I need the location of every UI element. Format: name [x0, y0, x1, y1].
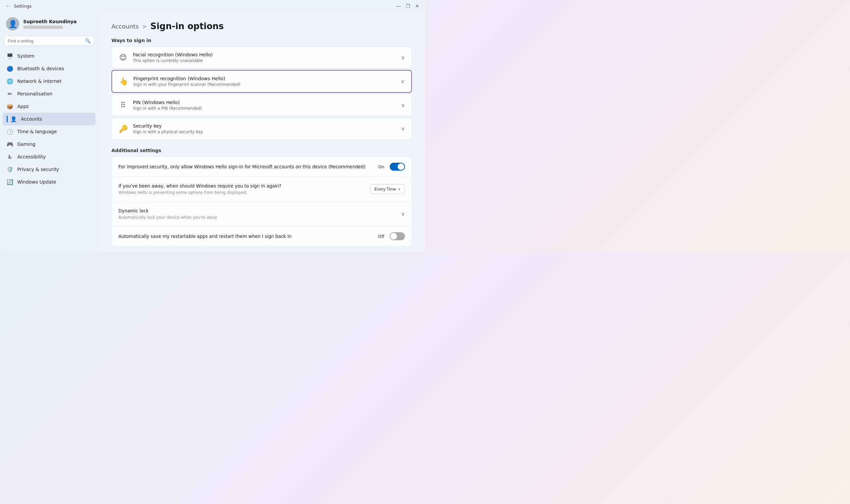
additional-row-away-signin: If you've been away, when should Windows… [112, 177, 412, 202]
main-content: Accounts > Sign-in options Ways to sign … [98, 12, 425, 252]
sidebar-nav: 🖥️System🔵Bluetooth & devices🌐Network & i… [3, 50, 96, 188]
apps-icon: 📦 [7, 103, 13, 110]
additional-row-dynamic-lock: Dynamic lockAutomatically lock your devi… [112, 202, 412, 227]
fingerprint-title: Fingerprint recognition (Windows Hello) [133, 76, 395, 81]
away-signin-sub: Windows Hello is preventing some options… [118, 190, 365, 196]
securitykey-chevron: ∨ [401, 126, 405, 132]
pin-desc: Sign in with a PIN (Recommended) [133, 106, 396, 111]
sidebar-label-accounts: Accounts [21, 116, 42, 122]
time-icon: 🕒 [7, 128, 13, 135]
restart-apps-text: Automatically save my restartable apps a… [118, 233, 373, 239]
close-button[interactable]: ✕ [415, 3, 420, 8]
accessibility-icon: ♿ [7, 154, 13, 160]
breadcrumb-separator: > [142, 23, 147, 30]
additional-settings-card: For improved security, only allow Window… [111, 157, 412, 247]
breadcrumb: Accounts > Sign-in options [111, 21, 412, 31]
away-signin-value: Every Time [375, 186, 396, 192]
avatar: 👤 [6, 17, 19, 31]
user-name: Supreeth Koundinya [23, 19, 76, 24]
search-input[interactable] [7, 38, 85, 43]
dynamic-lock-text: Dynamic lock [118, 208, 396, 214]
accounts-icon: 👤 [10, 116, 17, 122]
search-box[interactable]: 🔍 [4, 36, 94, 46]
additional-row-restart-apps: Automatically save my restartable apps a… [112, 226, 412, 246]
restart-apps-label: Off [378, 234, 384, 239]
securitykey-title: Security key [133, 123, 396, 129]
maximize-button[interactable]: ❐ [405, 3, 411, 8]
sidebar: 👤 Supreeth Koundinya 🔍 🖥️System🔵Bluetoot… [0, 12, 98, 252]
pin-icon: ⠿ [118, 101, 128, 109]
signin-option-facial[interactable]: 😊Facial recognition (Windows Hello)This … [111, 47, 412, 69]
personalisation-icon: ✏️ [7, 90, 13, 97]
signin-option-pin[interactable]: ⠿PIN (Windows Hello)Sign in with a PIN (… [111, 94, 412, 116]
securitykey-desc: Sign in with a physical security key [133, 129, 396, 134]
sidebar-item-apps[interactable]: 📦Apps [3, 100, 96, 113]
breadcrumb-parent[interactable]: Accounts [111, 23, 139, 30]
gaming-icon: 🎮 [7, 141, 13, 147]
sidebar-label-personalisation: Personalisation [17, 91, 52, 96]
sidebar-label-apps: Apps [17, 104, 29, 109]
facial-desc: This option is currently unavailable [133, 58, 396, 63]
sidebar-item-privacy[interactable]: 🛡️Privacy & security [3, 163, 96, 176]
settings-window: ← Settings — ❐ ✕ 👤 Supreeth Koundinya 🔍 [0, 0, 425, 252]
restart-apps-toggle[interactable] [390, 232, 405, 240]
network-icon: 🌐 [7, 78, 13, 85]
sidebar-label-network: Network & internet [17, 78, 62, 84]
system-icon: 🖥️ [7, 53, 13, 59]
user-profile: 👤 Supreeth Koundinya [3, 12, 96, 36]
fingerprint-desc: Sign in with your fingerprint scanner (R… [133, 82, 395, 87]
away-signin-text: If you've been away, when should Windows… [118, 183, 365, 189]
additional-row-hello-only: For improved security, only allow Window… [112, 157, 412, 177]
pin-chevron: ∨ [401, 102, 405, 108]
window-title: Settings [14, 4, 32, 8]
active-indicator [7, 116, 7, 122]
content-area: 👤 Supreeth Koundinya 🔍 🖥️System🔵Bluetoot… [0, 12, 425, 252]
sidebar-item-personalisation[interactable]: ✏️Personalisation [3, 88, 96, 100]
sidebar-item-time[interactable]: 🕒Time & language [3, 125, 96, 138]
dynamic-lock-chevron: ∨ [401, 211, 405, 217]
breadcrumb-current: Sign-in options [150, 21, 224, 31]
hello-only-label: On [378, 164, 384, 169]
sidebar-item-accounts[interactable]: 👤Accounts [3, 113, 96, 125]
user-subtitle [23, 25, 63, 29]
ways-to-sign-in-title: Ways to sign in [111, 38, 412, 43]
away-signin-chevron-icon: ∨ [398, 187, 401, 191]
dynamic-lock-sub: Automatically lock your device when you'… [118, 215, 396, 220]
sidebar-item-gaming[interactable]: 🎮Gaming [3, 138, 96, 150]
sidebar-label-bluetooth: Bluetooth & devices [17, 66, 64, 71]
search-icon: 🔍 [85, 38, 90, 43]
privacy-icon: 🛡️ [7, 166, 13, 173]
hello-only-text: For improved security, only allow Window… [118, 164, 373, 170]
pin-title: PIN (Windows Hello) [133, 100, 396, 105]
titlebar: ← Settings — ❐ ✕ [0, 0, 425, 12]
sidebar-item-system[interactable]: 🖥️System [3, 50, 96, 62]
sidebar-label-accessibility: Accessibility [17, 154, 46, 159]
facial-icon: 😊 [118, 53, 128, 61]
sidebar-label-gaming: Gaming [17, 142, 35, 147]
facial-title: Facial recognition (Windows Hello) [133, 52, 396, 57]
away-signin-dropdown[interactable]: Every Time∨ [370, 184, 405, 194]
sidebar-item-network[interactable]: 🌐Network & internet [3, 75, 96, 88]
sidebar-label-update: Windows Update [17, 179, 56, 184]
sidebar-label-system: System [17, 53, 34, 59]
back-button[interactable]: ← [5, 3, 11, 8]
signin-option-fingerprint[interactable]: 👆Fingerprint recognition (Windows Hello)… [111, 70, 412, 93]
fingerprint-chevron: ∨ [401, 78, 404, 85]
sidebar-item-bluetooth[interactable]: 🔵Bluetooth & devices [3, 62, 96, 75]
sidebar-item-accessibility[interactable]: ♿Accessibility [3, 150, 96, 163]
fingerprint-icon: 👆 [119, 77, 128, 86]
update-icon: 🔄 [7, 179, 13, 185]
sidebar-item-update[interactable]: 🔄Windows Update [3, 176, 96, 188]
sidebar-label-privacy: Privacy & security [17, 167, 59, 172]
signin-option-securitykey[interactable]: 🔑Security keySign in with a physical sec… [111, 118, 412, 140]
facial-chevron: ∨ [401, 54, 405, 61]
securitykey-icon: 🔑 [118, 125, 128, 133]
sidebar-label-time: Time & language [17, 129, 57, 134]
signin-options-list: 😊Facial recognition (Windows Hello)This … [111, 47, 412, 140]
additional-settings-title: Additional settings [111, 148, 412, 153]
hello-only-toggle[interactable] [390, 163, 405, 170]
minimize-button[interactable]: — [396, 3, 401, 8]
bluetooth-icon: 🔵 [7, 65, 13, 72]
